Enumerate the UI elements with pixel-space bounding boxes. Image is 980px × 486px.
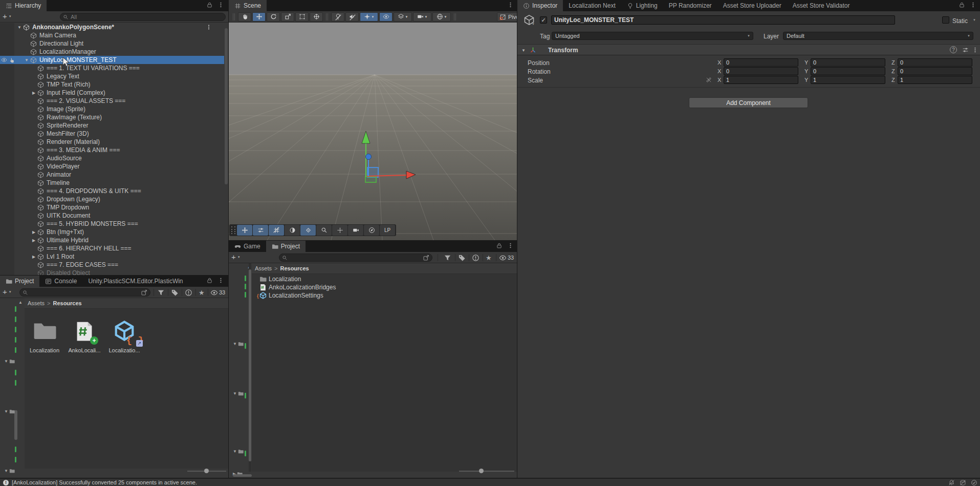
visibility-eye-icon[interactable]: [1, 57, 7, 63]
hierarchy-item[interactable]: LocalizationManager: [0, 48, 224, 56]
hierarchy-item[interactable]: UITK Document: [0, 212, 224, 220]
gizmo-xz-plane-handle[interactable]: [365, 177, 376, 182]
transform-value-input[interactable]: [813, 59, 883, 66]
tab-console[interactable]: Console: [39, 276, 82, 287]
kebab-menu-icon[interactable]: [217, 2, 224, 8]
create-asset-button[interactable]: +▼: [3, 288, 12, 295]
kebab-menu-icon[interactable]: [970, 2, 976, 8]
filter-by-label-icon[interactable]: [171, 289, 179, 297]
kebab-menu-icon[interactable]: [972, 47, 978, 53]
create-object-button[interactable]: +▼: [3, 13, 12, 20]
hierarchy-item[interactable]: AudioSource: [0, 154, 224, 162]
breadcrumb-root[interactable]: Assets: [28, 300, 45, 306]
tab-project[interactable]: Project: [0, 276, 39, 287]
overlay-cameras[interactable]: [348, 225, 363, 236]
hierarchy-search-field[interactable]: [60, 13, 226, 21]
favorites-star-icon[interactable]: ★: [199, 289, 206, 297]
expander-icon[interactable]: ▶: [30, 255, 37, 259]
static-checkbox[interactable]: [942, 16, 949, 24]
project-search-input[interactable]: [30, 289, 139, 295]
overlay-tool-settings[interactable]: [253, 225, 268, 236]
transform-value-input[interactable]: [900, 59, 970, 66]
open-search-window-icon[interactable]: [141, 289, 147, 296]
gameobject-name-field[interactable]: [551, 15, 895, 25]
open-search-window-icon[interactable]: [423, 255, 429, 261]
expander-icon[interactable]: ▶: [30, 91, 37, 95]
import-log-icon[interactable]: [185, 289, 192, 297]
folder-tree-item[interactable]: ▼: [233, 449, 244, 454]
status-message[interactable]: [AnkoLocalization] Successfully converte…: [12, 479, 197, 485]
transform-tool[interactable]: [310, 12, 323, 22]
version-control-off-icon[interactable]: [960, 479, 966, 486]
project-search-field[interactable]: [19, 288, 150, 297]
scale-tool[interactable]: [281, 12, 294, 22]
breadcrumb[interactable]: Assets > Resources: [25, 298, 228, 309]
project-list-item[interactable]: Localization: [252, 275, 517, 283]
hidden-count-eye-icon[interactable]: [499, 254, 507, 262]
asset-grid-item[interactable]: Localization: [26, 319, 63, 358]
lock-icon[interactable]: [959, 2, 965, 8]
transform-value-input[interactable]: [813, 77, 883, 83]
transform-value-input[interactable]: [726, 59, 796, 66]
breadcrumb-current[interactable]: Resources: [53, 300, 81, 306]
hierarchy-item[interactable]: MeshFilter (3D): [0, 130, 224, 138]
hierarchy-item[interactable]: ▶ Lvl 1 Root: [0, 252, 224, 261]
add-component-button[interactable]: Add Component: [689, 97, 808, 108]
picking-hand-icon[interactable]: [9, 57, 15, 63]
hierarchy-scene-row[interactable]: ▼ AnkonoankoPolygonScene*: [0, 23, 224, 31]
scale-link-icon[interactable]: [706, 77, 712, 83]
hierarchy-item[interactable]: Dropdown (Legacy): [0, 195, 224, 203]
transform-value-input[interactable]: [726, 68, 796, 74]
strip-scrollbar-thumb[interactable]: [14, 410, 17, 440]
gizmo-z-handle[interactable]: [366, 154, 372, 160]
lock-icon[interactable]: [206, 2, 213, 8]
hierarchy-scrollbar[interactable]: [225, 28, 228, 184]
kebab-menu-icon[interactable]: [217, 277, 224, 284]
lock-icon[interactable]: [206, 277, 213, 284]
hierarchy-item[interactable]: Animator: [0, 171, 224, 179]
notifications-off-icon[interactable]: [948, 479, 955, 486]
transform-value-input[interactable]: [726, 77, 796, 83]
hidden-count-eye-icon[interactable]: [210, 289, 218, 297]
folder-tree-item[interactable]: ▼: [4, 468, 15, 474]
breadcrumb-current[interactable]: Resources: [280, 265, 309, 271]
overlay-drag-handle[interactable]: [231, 226, 235, 234]
effects-dropdown[interactable]: ▼: [360, 12, 378, 22]
expander-icon[interactable]: ▼: [16, 25, 23, 30]
collapse-strip-icon[interactable]: ▲: [18, 300, 23, 305]
hierarchy-item[interactable]: TMP Text (Rich): [0, 80, 224, 89]
filter-by-type-icon[interactable]: [157, 289, 165, 297]
overlay-view-options[interactable]: [285, 225, 300, 236]
hierarchy-item[interactable]: Image (Sprite): [0, 105, 224, 113]
kebab-menu-icon[interactable]: [507, 242, 514, 249]
hierarchy-item[interactable]: Renderer (Material): [0, 138, 224, 146]
overlay-tools[interactable]: [237, 225, 252, 236]
overlay-grid-snap[interactable]: [269, 225, 284, 236]
cameras-dropdown[interactable]: ▼: [413, 12, 431, 22]
overlay-navigation[interactable]: [364, 225, 379, 236]
progress-check-icon[interactable]: [971, 479, 977, 486]
tab-unity-plasticscm-editor-plasticwin[interactable]: Unity.PlasticSCM.Editor.PlasticWin: [82, 276, 188, 287]
hierarchy-item[interactable]: Legacy Text: [0, 72, 224, 80]
overlay-search[interactable]: [316, 225, 332, 236]
active-checkbox[interactable]: ✓: [540, 16, 547, 24]
tab-hierarchy[interactable]: Hierarchy: [0, 0, 47, 11]
hierarchy-search-input[interactable]: [71, 14, 223, 20]
hierarchy-item[interactable]: RawImage (Texture): [0, 113, 224, 121]
overlay-overlays[interactable]: [300, 225, 316, 236]
transform-component-header[interactable]: ▼ Transform ?: [517, 44, 980, 55]
overlay-orientation[interactable]: [332, 225, 347, 236]
strip-scrollbar-thumb[interactable]: [249, 269, 251, 461]
tab-lighting[interactable]: Lighting: [621, 0, 663, 11]
console-message-icon[interactable]: !: [3, 480, 9, 485]
hierarchy-item[interactable]: === 2. VISUAL ASSETS ===: [0, 97, 224, 105]
transform-value-input[interactable]: [900, 77, 970, 83]
tab-localization-next[interactable]: Localization Next: [563, 0, 621, 11]
gameobject-icon-caret[interactable]: ▼: [532, 23, 535, 26]
view-tool[interactable]: [238, 12, 251, 22]
gizmos-dropdown[interactable]: ▼: [432, 12, 451, 22]
tab-project[interactable]: Project: [266, 241, 306, 252]
project-search-field[interactable]: [279, 253, 432, 262]
hierarchy-item[interactable]: Directional Light: [0, 39, 224, 48]
hierarchy-item[interactable]: ▶ Btn (Img+Txt): [0, 228, 224, 236]
